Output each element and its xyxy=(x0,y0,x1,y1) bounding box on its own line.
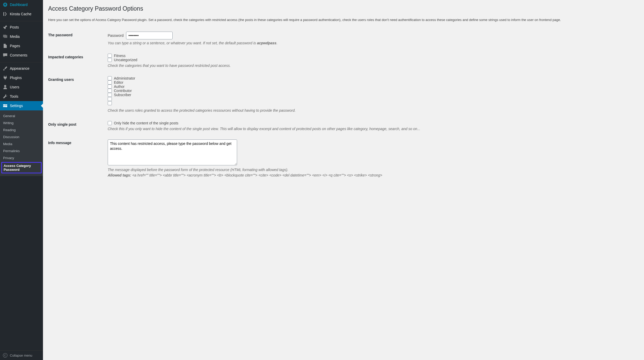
sidebar-item-kinsta-cache[interactable]: Kinsta Cache xyxy=(0,9,43,19)
sidebar-item-label: Pages xyxy=(10,44,20,48)
granting-description: Check the users roles granted to access … xyxy=(108,108,636,113)
submenu-item-general[interactable]: General xyxy=(0,112,43,119)
role-checkbox-author[interactable] xyxy=(108,84,112,89)
kinsta-icon xyxy=(3,11,8,17)
role-label: Administrator xyxy=(114,76,135,80)
password-label: Password xyxy=(108,33,123,38)
sidebar-item-pages[interactable]: Pages xyxy=(0,41,43,51)
category-label: Uncategorized xyxy=(114,58,137,62)
svg-point-0 xyxy=(3,353,7,357)
role-checkbox-row: Author xyxy=(108,84,636,89)
plug-icon xyxy=(3,75,8,80)
submenu-item-writing[interactable]: Writing xyxy=(0,119,43,126)
intro-text: Here you can set the options of Access C… xyxy=(48,17,639,23)
password-input[interactable] xyxy=(126,32,173,39)
page-title: Access Category Password Options xyxy=(48,5,639,12)
sidebar-separator xyxy=(0,20,43,21)
sidebar-item-appearance[interactable]: Appearance xyxy=(0,64,43,73)
pin-icon xyxy=(3,25,8,30)
sidebar-item-tools[interactable]: Tools xyxy=(0,92,43,101)
category-checkbox-uncategorized[interactable] xyxy=(108,58,112,62)
role-checkbox-row xyxy=(108,101,636,105)
info-description: The message displayed before the passwor… xyxy=(108,167,636,173)
submenu-item-permalinks[interactable]: Permalinks xyxy=(0,147,43,154)
single-post-label: Only hide the content of the single post… xyxy=(114,121,178,125)
user-icon xyxy=(3,84,8,90)
sidebar-item-label: Plugins xyxy=(10,76,22,80)
sidebar-item-settings[interactable]: Settings xyxy=(0,101,43,110)
role-checkbox-contributor[interactable] xyxy=(108,89,112,93)
options-form-table: The password Password You can type a str… xyxy=(48,28,639,182)
category-label: Fitness xyxy=(114,54,126,58)
role-label: Author xyxy=(114,84,125,89)
impacted-description: Check the categories that you want to ha… xyxy=(108,63,636,68)
submenu-item-discussion[interactable]: Discussion xyxy=(0,133,43,140)
submenu-item-media[interactable]: Media xyxy=(0,140,43,147)
category-checkbox-row: Fitness xyxy=(108,54,636,58)
admin-sidebar: Dashboard Kinsta Cache Posts Media Pages… xyxy=(0,0,43,360)
submenu-item-reading[interactable]: Reading xyxy=(0,126,43,133)
sidebar-item-label: Media xyxy=(10,34,20,39)
role-label: Subscriber xyxy=(114,93,131,97)
sidebar-item-label: Comments xyxy=(10,53,27,57)
sidebar-item-users[interactable]: Users xyxy=(0,82,43,92)
single-th: Only single post xyxy=(48,117,105,136)
sidebar-item-label: Kinsta Cache xyxy=(10,12,31,16)
role-checkbox-empty-1[interactable] xyxy=(108,97,112,101)
info-th: Info message xyxy=(48,136,105,182)
impacted-th: Impacted categories xyxy=(48,50,105,72)
role-checkbox-row: Administrator xyxy=(108,76,636,80)
allowed-tags: Allowed tags: <a href="" title=""> <abbr… xyxy=(108,173,636,178)
role-checkbox-row xyxy=(108,97,636,101)
granting-th: Granting users xyxy=(48,72,105,117)
sidebar-item-label: Tools xyxy=(10,94,18,98)
sidebar-item-dashboard[interactable]: Dashboard xyxy=(0,0,43,9)
sidebar-item-label: Dashboard xyxy=(10,3,28,7)
sidebar-item-media[interactable]: Media xyxy=(0,32,43,41)
collapse-icon xyxy=(3,353,8,358)
sidebar-item-label: Settings xyxy=(10,104,23,108)
password-th: The password xyxy=(48,28,105,50)
sidebar-item-label: Appearance xyxy=(10,66,30,70)
media-icon xyxy=(3,34,8,39)
single-post-checkbox-row: Only hide the content of the single post… xyxy=(108,121,636,125)
wrench-icon xyxy=(3,94,8,99)
sidebar-item-label: Users xyxy=(10,85,19,89)
category-checkbox-fitness[interactable] xyxy=(108,54,112,58)
sidebar-separator xyxy=(0,61,43,62)
single-post-checkbox[interactable] xyxy=(108,121,112,125)
role-checkbox-row: Contributor xyxy=(108,89,636,93)
collapse-menu-label: Collapse menu xyxy=(10,354,32,357)
settings-icon xyxy=(3,103,8,108)
info-message-textarea[interactable] xyxy=(108,139,237,165)
role-checkbox-empty-2[interactable] xyxy=(108,101,112,105)
dashboard-icon xyxy=(3,2,8,7)
sidebar-item-comments[interactable]: Comments xyxy=(0,51,43,60)
sidebar-item-plugins[interactable]: Plugins xyxy=(0,73,43,82)
sidebar-item-label: Posts xyxy=(10,25,19,29)
role-checkbox-row: Editor xyxy=(108,80,636,84)
role-label: Contributor xyxy=(114,89,132,93)
role-checkbox-subscriber[interactable] xyxy=(108,93,112,97)
collapse-menu-button[interactable]: Collapse menu xyxy=(0,350,43,360)
role-checkbox-row: Subscriber xyxy=(108,93,636,97)
role-label: Editor xyxy=(114,80,123,84)
brush-icon xyxy=(3,66,8,71)
main-content: Access Category Password Options Here yo… xyxy=(43,0,644,360)
comment-icon xyxy=(3,53,8,58)
password-description: You can type a string or a sentence, or … xyxy=(108,40,636,46)
submenu-item-privacy[interactable]: Privacy xyxy=(0,154,43,161)
settings-submenu: General Writing Reading Discussion Media… xyxy=(0,110,43,176)
page-icon xyxy=(3,43,8,48)
sidebar-item-posts[interactable]: Posts xyxy=(0,23,43,32)
role-checkbox-editor[interactable] xyxy=(108,80,112,84)
category-checkbox-row: Uncategorized xyxy=(108,58,636,62)
role-checkbox-administrator[interactable] xyxy=(108,76,112,80)
single-description: Check this if you only want to hide the … xyxy=(108,126,636,132)
submenu-item-access-category-password[interactable]: Access Category Password xyxy=(1,162,42,173)
